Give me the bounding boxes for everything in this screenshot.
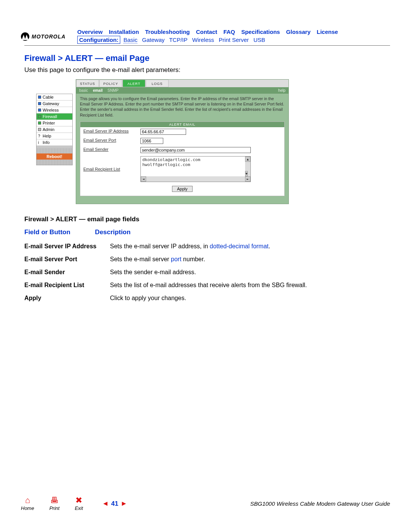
tab-alert[interactable]: ALERT <box>123 80 145 87</box>
sidebar-item-label: Info <box>43 140 49 145</box>
link-port[interactable]: port <box>171 256 182 262</box>
textarea-email-recipients[interactable]: dkondziola@artlogic.com hwolff@artlogic.… <box>140 156 251 182</box>
footer-home-button[interactable]: ⌂ Home <box>21 496 34 511</box>
nav-secondary: Configuration: Basic Gateway TCP/IP Wire… <box>77 36 390 43</box>
sidebar-item-label: Gateway <box>43 101 59 106</box>
sidebar-item-firewall[interactable]: Firewall <box>37 113 72 120</box>
field-name: E-mail Recipient List <box>24 279 110 292</box>
nav-wireless[interactable]: Wireless <box>192 37 214 43</box>
main-tabs: STATUS POLICY ALERT LOGS <box>76 80 288 87</box>
sub-tabs: basic email SNMP help <box>76 87 288 94</box>
nav-gateway[interactable]: Gateway <box>142 37 164 43</box>
tab-policy[interactable]: POLICY <box>99 80 122 87</box>
sidebar-item-label: Printer <box>43 121 55 125</box>
input-email-server-port[interactable] <box>140 138 163 144</box>
nav-configuration-label: Configuration: <box>77 36 120 44</box>
table-row: E-mail Recipient List Sets the list of e… <box>24 279 367 292</box>
table-row: Apply Click to apply your changes. <box>24 292 367 305</box>
label-email-server-port[interactable]: Email Server Port <box>83 138 116 142</box>
sidebar-reboot-button[interactable]: Reboot! <box>37 153 72 160</box>
label-email-server-ip[interactable]: Email Server IP Address <box>83 129 129 133</box>
sidebar-item-label: Admin <box>43 127 54 132</box>
scroll-down-icon[interactable]: ▼ <box>245 171 248 176</box>
sidebar-item-gateway[interactable]: Gateway <box>37 101 72 107</box>
nav-troubleshooting[interactable]: Troubleshooting <box>145 29 190 35</box>
sidebar-item-cable[interactable]: Cable <box>37 94 72 101</box>
col-field: Field or Button <box>24 228 70 236</box>
field-name: E-mail Sender <box>24 266 110 279</box>
field-desc: Sets the list of e-mail addresses that r… <box>110 279 367 292</box>
prev-page-icon[interactable]: ◄ <box>102 500 109 508</box>
nav-faq[interactable]: FAQ <box>223 29 235 35</box>
sidebar-reboot-label: Reboot! <box>46 154 62 159</box>
nav-specifications[interactable]: Specifications <box>241 29 280 35</box>
fields-subheading: Firewall > ALERT — email page fields <box>24 216 390 223</box>
scroll-up-icon[interactable]: ▲ <box>245 157 250 162</box>
input-email-server-ip[interactable] <box>140 129 186 135</box>
table-row: E-mail Sender Sets the sender e-mail add… <box>24 266 367 279</box>
doc-title: SBG1000 Wireless Cable Modem Gateway Use… <box>198 500 390 507</box>
nav-basic[interactable]: Basic <box>123 37 137 43</box>
subtab-basic[interactable]: basic <box>79 88 88 93</box>
subtab-email[interactable]: email <box>93 88 103 93</box>
nav-printserver[interactable]: Print Server <box>219 37 249 43</box>
nav-usb[interactable]: USB <box>253 37 265 43</box>
print-icon: 🖶 <box>49 496 60 505</box>
field-name: E-mail Server IP Address <box>24 240 110 253</box>
scroll-right-icon[interactable]: ► <box>245 176 250 182</box>
alert-email-form: ALERT EMAIL Email Server IP Address Emai… <box>80 121 285 196</box>
scrollbar-vertical[interactable]: ▲▼ <box>245 157 250 176</box>
footer-exit-label: Exit <box>75 505 83 511</box>
nav-license[interactable]: License <box>317 29 338 35</box>
next-page-icon[interactable]: ► <box>121 500 127 508</box>
field-desc: Click to apply your changes. <box>110 292 367 305</box>
sidebar-item-wireless[interactable]: Wireless <box>37 107 72 113</box>
nav-installation[interactable]: Installation <box>109 29 139 35</box>
tab-status[interactable]: STATUS <box>76 80 99 87</box>
label-email-sender[interactable]: Email Sender <box>83 147 108 152</box>
subtab-help[interactable]: help <box>278 88 285 93</box>
sidebar-item-label: Cable <box>43 95 54 99</box>
sidebar-item-help[interactable]: ?Help <box>37 133 72 139</box>
table-row: E-mail Server IP Address Sets the e-mail… <box>24 240 367 253</box>
scrollbar-horizontal[interactable]: ◄► <box>141 176 250 182</box>
scroll-left-icon[interactable]: ◄ <box>141 176 146 182</box>
nav-contact[interactable]: Contact <box>196 29 217 35</box>
nav-tcpip[interactable]: TCP/IP <box>169 37 187 43</box>
config-panel: STATUS POLICY ALERT LOGS basic email SNM… <box>76 79 289 204</box>
form-header: ALERT EMAIL <box>80 122 284 127</box>
label-email-recipient-list[interactable]: Email Recipient List <box>83 167 120 171</box>
page-intro: Use this page to configure the e-mail al… <box>24 66 390 74</box>
footer-print-label: Print <box>49 505 60 511</box>
nav-glossary[interactable]: Glossary <box>286 29 311 35</box>
motorola-icon <box>21 32 29 41</box>
fields-table-header: Field or Button Description <box>24 228 390 236</box>
recipients-text: dkondziola@artlogic.com hwolff@artlogic.… <box>142 157 249 167</box>
divider <box>24 45 390 46</box>
exit-icon: ✖ <box>75 496 83 505</box>
footer-print-button[interactable]: 🖶 Print <box>49 496 60 511</box>
fields-table: E-mail Server IP Address Sets the e-mail… <box>24 240 367 305</box>
sidebar-item-admin[interactable]: Admin <box>37 126 72 133</box>
field-name: E-mail Server Port <box>24 253 110 266</box>
table-row: E-mail Server Port Sets the e-mail serve… <box>24 253 367 266</box>
sidebar-item-label: Firewall <box>43 114 57 119</box>
sidebar-item-info[interactable]: iInfo <box>37 139 72 146</box>
col-description: Description <box>95 228 131 236</box>
field-name: Apply <box>24 292 110 305</box>
nav-primary: Overview Installation Troubleshooting Co… <box>77 29 390 36</box>
nav-overview[interactable]: Overview <box>77 29 103 35</box>
apply-button[interactable]: Apply <box>172 186 193 192</box>
field-desc: Sets the e-mail server port number. <box>110 253 367 266</box>
page-title: Firewall > ALERT — email Page <box>24 53 390 63</box>
brand-logo: MOTOROLA <box>21 29 70 41</box>
input-email-sender[interactable] <box>140 147 251 153</box>
footer-exit-button[interactable]: ✖ Exit <box>75 496 83 511</box>
home-icon: ⌂ <box>21 496 34 505</box>
sidebar-item-printer[interactable]: Printer <box>37 120 72 126</box>
link-dotted-decimal[interactable]: dotted-decimal format <box>210 243 269 249</box>
page-number: 41 <box>111 500 118 508</box>
tab-logs[interactable]: LOGS <box>146 80 169 87</box>
field-desc: Sets the sender e-mail address. <box>110 266 367 279</box>
subtab-snmp[interactable]: SNMP <box>108 88 119 93</box>
